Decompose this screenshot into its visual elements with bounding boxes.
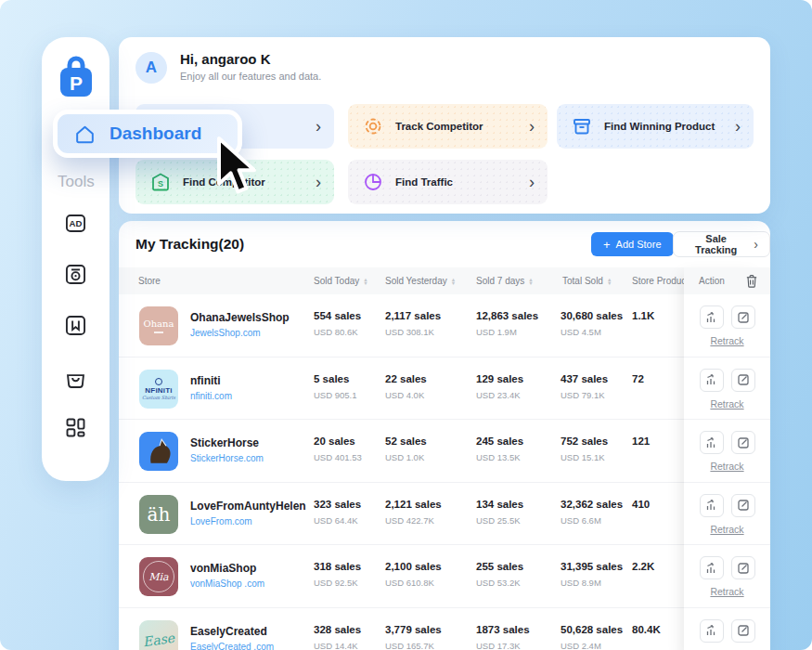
chart-icon[interactable] bbox=[700, 494, 724, 517]
bookmark-icon[interactable] bbox=[63, 313, 88, 338]
store-link[interactable]: vonMiaShop .com bbox=[190, 578, 264, 589]
store-link[interactable]: LoveFrom.com bbox=[190, 516, 252, 526]
sort-icon: ▲▼ bbox=[528, 278, 533, 286]
store-products-value: 121 bbox=[632, 436, 650, 447]
chevron-right-icon: › bbox=[316, 174, 321, 190]
table-body: Ohana OhanaJewelsShop JewelsShop.com 554… bbox=[119, 294, 770, 650]
store-logo: Mia bbox=[139, 557, 178, 596]
greeting-subtitle: Enjoy all our features and data. bbox=[180, 71, 321, 82]
col-store: Store bbox=[138, 276, 161, 286]
chart-icon[interactable] bbox=[700, 619, 724, 643]
box-icon bbox=[572, 116, 592, 136]
plus-icon: + bbox=[603, 238, 611, 252]
col-total-sold[interactable]: Total Sold▲▼ bbox=[562, 276, 612, 286]
feature-card-find-winning-product[interactable]: Find Winning Product › bbox=[557, 104, 754, 149]
store-logo bbox=[139, 432, 178, 471]
my-tracking-card: My Tracking(20) + Add Store Sale Trackin… bbox=[119, 221, 770, 650]
table-header: Store Sold Today▲▼ Sold Yesterday▲▼ Sold… bbox=[119, 267, 770, 294]
col-action: Action bbox=[699, 276, 725, 286]
action-column: Action bbox=[684, 267, 770, 650]
shopping-bag-icon[interactable] bbox=[63, 366, 88, 391]
pie-icon bbox=[363, 172, 383, 192]
target-icon bbox=[363, 116, 383, 136]
apps-grid-icon[interactable] bbox=[63, 415, 88, 440]
chart-icon[interactable] bbox=[700, 306, 724, 329]
store-link[interactable]: EaselyCreated .com bbox=[190, 642, 274, 650]
action-cell: Retrack bbox=[684, 483, 770, 546]
store-name: EaselyCreated bbox=[190, 625, 267, 638]
chevron-right-icon: › bbox=[754, 237, 758, 252]
action-cell: Retrack bbox=[684, 294, 770, 358]
store-logo: äh bbox=[139, 495, 178, 534]
edit-icon[interactable] bbox=[731, 556, 755, 579]
feature-card-label: Find Winning Product bbox=[604, 121, 715, 132]
trash-icon[interactable] bbox=[745, 274, 758, 288]
chevron-right-icon: › bbox=[316, 118, 321, 135]
col-sold-today[interactable]: Sold Today▲▼ bbox=[314, 276, 368, 286]
greeting-title: Hi, angaroo K bbox=[180, 51, 271, 67]
table-row: Ohana OhanaJewelsShop JewelsShop.com 554… bbox=[119, 294, 770, 358]
shop-s-icon: S bbox=[150, 172, 171, 192]
table-row: Ease EaselyCreated EaselyCreated .com 32… bbox=[119, 608, 770, 650]
app-logo-icon[interactable]: P bbox=[58, 56, 95, 98]
chevron-right-icon: › bbox=[529, 174, 535, 190]
tools-section-label: Tools bbox=[58, 173, 95, 191]
svg-text:P: P bbox=[70, 72, 83, 94]
feature-card-track-competitor[interactable]: Track Competitor › bbox=[348, 104, 548, 149]
store-name: vonMiaShop bbox=[190, 562, 256, 575]
store-products-value: 410 bbox=[632, 499, 650, 510]
store-logo: NFiNiTi Custom Shirts bbox=[139, 370, 178, 409]
col-sold-7days[interactable]: Sold 7 days▲▼ bbox=[476, 276, 534, 286]
sale-tracking-button[interactable]: Sale Tracking › bbox=[673, 231, 770, 257]
chart-icon[interactable] bbox=[700, 369, 724, 392]
action-cell: Retrack bbox=[684, 420, 770, 483]
edit-icon[interactable] bbox=[731, 494, 755, 517]
col-sold-yesterday[interactable]: Sold Yesterday▲▼ bbox=[385, 276, 456, 286]
store-link[interactable]: nfiniti.com bbox=[190, 391, 232, 401]
action-cell: Retrack bbox=[684, 545, 770, 608]
retrack-link[interactable]: Retrack bbox=[684, 586, 770, 597]
retrack-link[interactable]: Retrack bbox=[684, 335, 770, 346]
sort-icon: ▲▼ bbox=[363, 278, 367, 286]
ads-icon[interactable]: AD bbox=[63, 211, 88, 236]
retrack-link[interactable]: Retrack bbox=[684, 461, 770, 472]
store-logo: Ohana bbox=[139, 306, 178, 345]
action-cell: Retrack bbox=[684, 358, 770, 421]
tracking-title: My Tracking(20) bbox=[135, 236, 244, 253]
sort-icon: ▲▼ bbox=[451, 278, 456, 286]
table-row: NFiNiTi Custom Shirts nfiniti nfiniti.co… bbox=[119, 358, 770, 421]
add-store-button[interactable]: + Add Store bbox=[591, 232, 674, 256]
table-row: StickerHorse StickerHorse.com 20 salesUS… bbox=[119, 420, 770, 483]
store-link[interactable]: StickerHorse.com bbox=[190, 453, 264, 463]
retrack-link[interactable]: Retrack bbox=[684, 524, 770, 535]
feature-card-label: Find Traffic bbox=[395, 176, 453, 188]
retrack-link[interactable]: Retrack bbox=[684, 398, 770, 410]
action-cell: Retrack bbox=[684, 608, 770, 650]
svg-text:S: S bbox=[158, 179, 163, 188]
scan-target-icon[interactable] bbox=[63, 262, 88, 287]
chevron-right-icon: › bbox=[529, 118, 535, 135]
edit-icon[interactable] bbox=[731, 619, 755, 643]
sort-icon: ▲▼ bbox=[607, 278, 612, 286]
horse-icon bbox=[143, 436, 174, 467]
edit-icon[interactable] bbox=[731, 431, 755, 454]
home-icon bbox=[73, 123, 97, 146]
edit-icon[interactable] bbox=[731, 369, 755, 392]
sidebar: P Tools AD bbox=[42, 37, 110, 481]
store-name: StickerHorse bbox=[190, 436, 259, 449]
chevron-right-icon: › bbox=[735, 118, 741, 135]
store-products-value: 72 bbox=[632, 373, 644, 384]
feature-card-find-traffic[interactable]: Find Traffic › bbox=[348, 160, 548, 204]
store-products-value: 2.2K bbox=[632, 561, 654, 572]
store-products-value: 80.4K bbox=[632, 624, 661, 635]
mouse-cursor bbox=[212, 136, 260, 199]
store-products-value: 1.1K bbox=[632, 310, 654, 321]
chart-icon[interactable] bbox=[700, 556, 724, 579]
dashboard-label: Dashboard bbox=[110, 124, 201, 144]
store-name: LoveFromAuntyHelen bbox=[190, 500, 306, 513]
table-row: äh LoveFromAuntyHelen LoveFrom.com 323 s… bbox=[119, 483, 770, 546]
edit-icon[interactable] bbox=[731, 306, 755, 329]
chart-icon[interactable] bbox=[700, 431, 724, 454]
store-link[interactable]: JewelsShop.com bbox=[190, 328, 261, 338]
avatar[interactable]: A bbox=[135, 52, 167, 84]
